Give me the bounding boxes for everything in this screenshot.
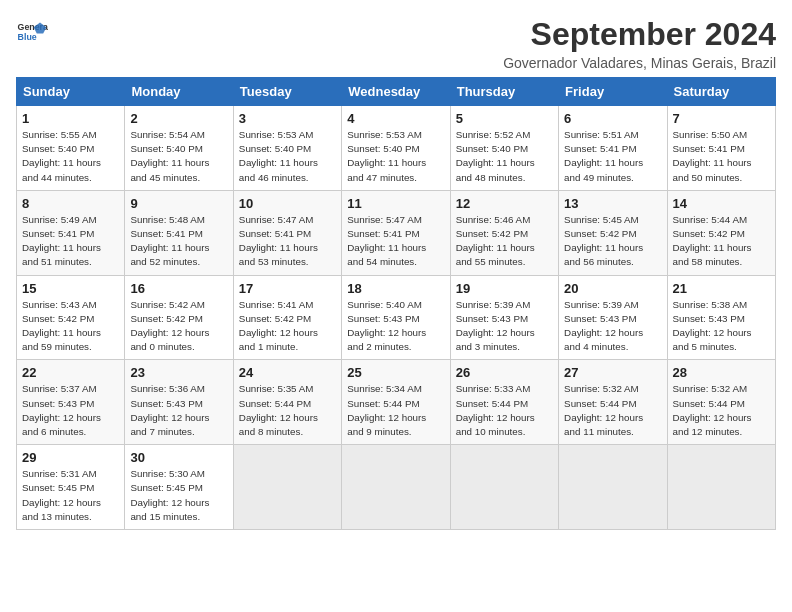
calendar-week-row: 22 Sunrise: 5:37 AMSunset: 5:43 PMDaylig… — [17, 360, 776, 445]
day-info: Sunrise: 5:35 AMSunset: 5:44 PMDaylight:… — [239, 382, 336, 439]
day-info: Sunrise: 5:51 AMSunset: 5:41 PMDaylight:… — [564, 128, 661, 185]
day-number: 16 — [130, 281, 227, 296]
day-number: 9 — [130, 196, 227, 211]
table-row: 10 Sunrise: 5:47 AMSunset: 5:41 PMDaylig… — [233, 190, 341, 275]
page-header: General Blue September 2024 Governador V… — [16, 16, 776, 71]
day-info: Sunrise: 5:43 AMSunset: 5:42 PMDaylight:… — [22, 298, 119, 355]
day-number: 2 — [130, 111, 227, 126]
day-info: Sunrise: 5:36 AMSunset: 5:43 PMDaylight:… — [130, 382, 227, 439]
table-row: 17 Sunrise: 5:41 AMSunset: 5:42 PMDaylig… — [233, 275, 341, 360]
table-row — [667, 445, 775, 530]
day-number: 14 — [673, 196, 770, 211]
title-block: September 2024 Governador Valadares, Min… — [503, 16, 776, 71]
day-info: Sunrise: 5:47 AMSunset: 5:41 PMDaylight:… — [239, 213, 336, 270]
day-info: Sunrise: 5:45 AMSunset: 5:42 PMDaylight:… — [564, 213, 661, 270]
day-info: Sunrise: 5:48 AMSunset: 5:41 PMDaylight:… — [130, 213, 227, 270]
day-number: 19 — [456, 281, 553, 296]
day-number: 21 — [673, 281, 770, 296]
table-row: 27 Sunrise: 5:32 AMSunset: 5:44 PMDaylig… — [559, 360, 667, 445]
day-info: Sunrise: 5:47 AMSunset: 5:41 PMDaylight:… — [347, 213, 444, 270]
header-tuesday: Tuesday — [233, 78, 341, 106]
table-row — [233, 445, 341, 530]
day-info: Sunrise: 5:52 AMSunset: 5:40 PMDaylight:… — [456, 128, 553, 185]
table-row: 3 Sunrise: 5:53 AMSunset: 5:40 PMDayligh… — [233, 106, 341, 191]
table-row: 22 Sunrise: 5:37 AMSunset: 5:43 PMDaylig… — [17, 360, 125, 445]
day-number: 28 — [673, 365, 770, 380]
day-info: Sunrise: 5:41 AMSunset: 5:42 PMDaylight:… — [239, 298, 336, 355]
day-number: 1 — [22, 111, 119, 126]
calendar-header-row: Sunday Monday Tuesday Wednesday Thursday… — [17, 78, 776, 106]
day-number: 23 — [130, 365, 227, 380]
table-row — [342, 445, 450, 530]
calendar-week-row: 8 Sunrise: 5:49 AMSunset: 5:41 PMDayligh… — [17, 190, 776, 275]
header-friday: Friday — [559, 78, 667, 106]
calendar-table: Sunday Monday Tuesday Wednesday Thursday… — [16, 77, 776, 530]
day-number: 5 — [456, 111, 553, 126]
day-number: 22 — [22, 365, 119, 380]
logo-icon: General Blue — [16, 16, 48, 48]
header-sunday: Sunday — [17, 78, 125, 106]
table-row — [450, 445, 558, 530]
day-info: Sunrise: 5:39 AMSunset: 5:43 PMDaylight:… — [564, 298, 661, 355]
table-row: 14 Sunrise: 5:44 AMSunset: 5:42 PMDaylig… — [667, 190, 775, 275]
table-row: 13 Sunrise: 5:45 AMSunset: 5:42 PMDaylig… — [559, 190, 667, 275]
table-row: 15 Sunrise: 5:43 AMSunset: 5:42 PMDaylig… — [17, 275, 125, 360]
day-number: 11 — [347, 196, 444, 211]
day-info: Sunrise: 5:40 AMSunset: 5:43 PMDaylight:… — [347, 298, 444, 355]
table-row: 20 Sunrise: 5:39 AMSunset: 5:43 PMDaylig… — [559, 275, 667, 360]
day-number: 24 — [239, 365, 336, 380]
day-number: 6 — [564, 111, 661, 126]
table-row: 25 Sunrise: 5:34 AMSunset: 5:44 PMDaylig… — [342, 360, 450, 445]
day-info: Sunrise: 5:54 AMSunset: 5:40 PMDaylight:… — [130, 128, 227, 185]
header-monday: Monday — [125, 78, 233, 106]
header-saturday: Saturday — [667, 78, 775, 106]
logo: General Blue — [16, 16, 48, 48]
day-number: 18 — [347, 281, 444, 296]
day-number: 29 — [22, 450, 119, 465]
day-info: Sunrise: 5:38 AMSunset: 5:43 PMDaylight:… — [673, 298, 770, 355]
day-info: Sunrise: 5:42 AMSunset: 5:42 PMDaylight:… — [130, 298, 227, 355]
table-row: 7 Sunrise: 5:50 AMSunset: 5:41 PMDayligh… — [667, 106, 775, 191]
location-subtitle: Governador Valadares, Minas Gerais, Braz… — [503, 55, 776, 71]
day-number: 25 — [347, 365, 444, 380]
day-info: Sunrise: 5:33 AMSunset: 5:44 PMDaylight:… — [456, 382, 553, 439]
table-row: 29 Sunrise: 5:31 AMSunset: 5:45 PMDaylig… — [17, 445, 125, 530]
day-number: 30 — [130, 450, 227, 465]
table-row: 23 Sunrise: 5:36 AMSunset: 5:43 PMDaylig… — [125, 360, 233, 445]
day-info: Sunrise: 5:46 AMSunset: 5:42 PMDaylight:… — [456, 213, 553, 270]
day-number: 15 — [22, 281, 119, 296]
table-row: 5 Sunrise: 5:52 AMSunset: 5:40 PMDayligh… — [450, 106, 558, 191]
day-number: 13 — [564, 196, 661, 211]
table-row: 18 Sunrise: 5:40 AMSunset: 5:43 PMDaylig… — [342, 275, 450, 360]
table-row: 28 Sunrise: 5:32 AMSunset: 5:44 PMDaylig… — [667, 360, 775, 445]
table-row: 21 Sunrise: 5:38 AMSunset: 5:43 PMDaylig… — [667, 275, 775, 360]
table-row: 12 Sunrise: 5:46 AMSunset: 5:42 PMDaylig… — [450, 190, 558, 275]
day-info: Sunrise: 5:39 AMSunset: 5:43 PMDaylight:… — [456, 298, 553, 355]
table-row: 2 Sunrise: 5:54 AMSunset: 5:40 PMDayligh… — [125, 106, 233, 191]
day-info: Sunrise: 5:31 AMSunset: 5:45 PMDaylight:… — [22, 467, 119, 524]
table-row: 4 Sunrise: 5:53 AMSunset: 5:40 PMDayligh… — [342, 106, 450, 191]
table-row: 1 Sunrise: 5:55 AMSunset: 5:40 PMDayligh… — [17, 106, 125, 191]
table-row: 24 Sunrise: 5:35 AMSunset: 5:44 PMDaylig… — [233, 360, 341, 445]
table-row: 6 Sunrise: 5:51 AMSunset: 5:41 PMDayligh… — [559, 106, 667, 191]
day-number: 17 — [239, 281, 336, 296]
day-number: 8 — [22, 196, 119, 211]
day-info: Sunrise: 5:53 AMSunset: 5:40 PMDaylight:… — [239, 128, 336, 185]
month-title: September 2024 — [503, 16, 776, 53]
svg-text:Blue: Blue — [18, 32, 37, 42]
table-row — [559, 445, 667, 530]
day-number: 4 — [347, 111, 444, 126]
table-row: 8 Sunrise: 5:49 AMSunset: 5:41 PMDayligh… — [17, 190, 125, 275]
table-row: 16 Sunrise: 5:42 AMSunset: 5:42 PMDaylig… — [125, 275, 233, 360]
day-number: 10 — [239, 196, 336, 211]
day-number: 20 — [564, 281, 661, 296]
day-info: Sunrise: 5:32 AMSunset: 5:44 PMDaylight:… — [673, 382, 770, 439]
calendar-week-row: 15 Sunrise: 5:43 AMSunset: 5:42 PMDaylig… — [17, 275, 776, 360]
header-thursday: Thursday — [450, 78, 558, 106]
day-number: 26 — [456, 365, 553, 380]
day-number: 27 — [564, 365, 661, 380]
day-info: Sunrise: 5:55 AMSunset: 5:40 PMDaylight:… — [22, 128, 119, 185]
day-info: Sunrise: 5:37 AMSunset: 5:43 PMDaylight:… — [22, 382, 119, 439]
day-info: Sunrise: 5:50 AMSunset: 5:41 PMDaylight:… — [673, 128, 770, 185]
day-info: Sunrise: 5:34 AMSunset: 5:44 PMDaylight:… — [347, 382, 444, 439]
